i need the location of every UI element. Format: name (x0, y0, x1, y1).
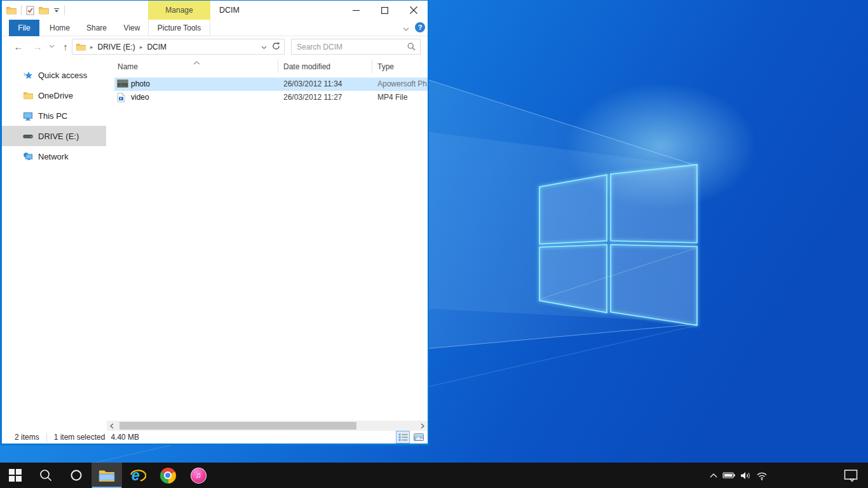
file-row-video[interactable]: video 26/03/2012 11:27 MP4 File (107, 91, 428, 104)
search-icon[interactable] (407, 43, 420, 51)
maximize-button[interactable] (370, 1, 399, 20)
column-header-type[interactable]: Type (377, 62, 394, 71)
desktop: Manage DCIM File Home Share View Picture… (0, 0, 868, 488)
horizontal-scrollbar[interactable] (107, 421, 428, 431)
taskbar-internet-explorer-button[interactable]: e (122, 463, 153, 488)
scrollbar-thumb[interactable] (119, 422, 356, 430)
address-bar[interactable]: ▸ DRIVE (E:) ▸ DCIM (72, 39, 285, 55)
tab-picture-tools[interactable]: Picture Tools (148, 20, 210, 36)
tab-home[interactable]: Home (44, 20, 75, 36)
minimize-button[interactable] (342, 1, 370, 20)
recent-locations-chevron-icon[interactable] (46, 36, 57, 57)
scrollbar-track[interactable] (117, 421, 417, 431)
address-folder-icon (76, 43, 86, 51)
svg-text:e: e (132, 467, 140, 484)
explorer-window-icon (6, 6, 17, 15)
tab-view[interactable]: View (118, 20, 146, 36)
qat-separator (21, 5, 22, 15)
tab-file[interactable]: File (9, 20, 39, 36)
action-center-button[interactable] (841, 463, 860, 488)
sidebar-item-onedrive[interactable]: OneDrive (2, 85, 106, 105)
address-dropdown-chevron-icon[interactable] (261, 43, 267, 51)
show-hidden-icons-chevron-icon[interactable] (709, 472, 718, 478)
battery-icon[interactable] (722, 471, 736, 480)
cortana-ring-icon (70, 469, 83, 482)
windows-start-icon (9, 469, 22, 482)
cortana-button[interactable] (61, 463, 92, 488)
taskbar-itunes-button[interactable]: ♫ (183, 463, 214, 488)
itunes-icon: ♫ (191, 468, 207, 484)
navigation-pane: Quick access OneDrive This PC (2, 57, 107, 421)
refresh-button[interactable] (272, 42, 280, 52)
titlebar: Manage DCIM (2, 1, 428, 20)
taskbar: e ♫ (0, 463, 868, 488)
photo-thumbnail-icon (117, 79, 128, 90)
file-name: video (131, 93, 149, 102)
breadcrumb-folder[interactable]: DCIM (147, 43, 166, 51)
ribbon-tab-row: File Home Share View Picture Tools ? (2, 20, 428, 36)
sidebar-item-network[interactable]: Network (2, 146, 106, 166)
back-button[interactable]: ← (11, 36, 26, 57)
file-date-modified: 26/03/2012 11:27 (283, 93, 342, 102)
sidebar-item-label: This PC (38, 111, 67, 121)
quick-access-star-icon (23, 70, 33, 80)
column-headers: Name Date modified Type (107, 57, 428, 76)
scroll-right-arrow-icon[interactable] (417, 421, 428, 431)
column-header-date-modified[interactable]: Date modified (283, 62, 330, 71)
properties-button[interactable] (26, 6, 34, 15)
breadcrumb-drive[interactable]: DRIVE (E:) (98, 43, 135, 51)
network-icon (23, 151, 33, 161)
thumbnails-view-button[interactable] (412, 431, 426, 444)
sidebar-item-label: OneDrive (38, 91, 73, 100)
scroll-left-arrow-icon[interactable] (107, 421, 117, 431)
close-button[interactable] (399, 1, 428, 20)
search-icon (39, 469, 52, 482)
expand-ribbon-chevron-icon[interactable] (402, 23, 410, 34)
file-type: Apowersoft Pho (377, 79, 427, 88)
file-type: MP4 File (377, 93, 427, 102)
breadcrumb-chevron-icon: ▸ (86, 44, 98, 50)
file-list-pane: Name Date modified Type photo 26/03/2012… (107, 57, 428, 421)
manage-contextual-tab[interactable]: Manage (148, 1, 210, 20)
wifi-icon[interactable] (756, 471, 768, 480)
new-folder-button[interactable] (39, 6, 49, 15)
status-separator (46, 433, 47, 442)
taskbar-search-button[interactable] (31, 463, 61, 488)
system-tray (709, 463, 768, 488)
selection-count: 1 item selected (54, 433, 105, 442)
sidebar-item-quick-access[interactable]: Quick access (2, 65, 106, 85)
column-header-name[interactable]: Name (118, 62, 138, 71)
search-box[interactable] (291, 39, 421, 55)
file-explorer-window: Manage DCIM File Home Share View Picture… (0, 0, 429, 445)
status-bar: 2 items 1 item selected 4.40 MB (2, 431, 428, 444)
video-file-icon (117, 93, 125, 104)
action-center-icon (844, 469, 858, 482)
file-row-photo[interactable]: photo 26/03/2012 11:34 Apowersoft Pho (114, 78, 428, 91)
customize-qat-button[interactable] (53, 8, 60, 13)
taskbar-file-explorer-button[interactable] (92, 463, 122, 488)
qat-separator (64, 5, 65, 15)
onedrive-folder-icon (23, 90, 33, 100)
up-button[interactable]: ↑ (58, 36, 73, 57)
column-separator[interactable] (372, 59, 372, 73)
help-button[interactable]: ? (415, 22, 425, 32)
sidebar-item-drive-e[interactable]: DRIVE (E:) (2, 126, 106, 146)
column-separator[interactable] (278, 59, 278, 73)
volume-icon[interactable] (740, 471, 752, 480)
search-input[interactable] (292, 43, 407, 51)
sidebar-item-this-pc[interactable]: This PC (2, 105, 106, 126)
taskbar-chrome-button[interactable] (153, 463, 183, 488)
details-view-button[interactable] (396, 431, 410, 444)
breadcrumb-chevron-icon: ▸ (135, 44, 147, 50)
window-title: DCIM (219, 6, 240, 15)
forward-button[interactable]: → (30, 36, 45, 57)
file-date-modified: 26/03/2012 11:34 (283, 79, 342, 88)
start-button[interactable] (0, 463, 31, 488)
address-row: ← → ↑ ▸ DRIVE (E:) ▸ DCIM (2, 36, 428, 57)
internet-explorer-icon: e (129, 467, 146, 484)
tab-share[interactable]: Share (81, 20, 112, 36)
file-name: photo (131, 79, 150, 88)
this-pc-monitor-icon (23, 111, 33, 121)
drive-icon (23, 131, 33, 141)
quick-access-toolbar (6, 1, 65, 20)
